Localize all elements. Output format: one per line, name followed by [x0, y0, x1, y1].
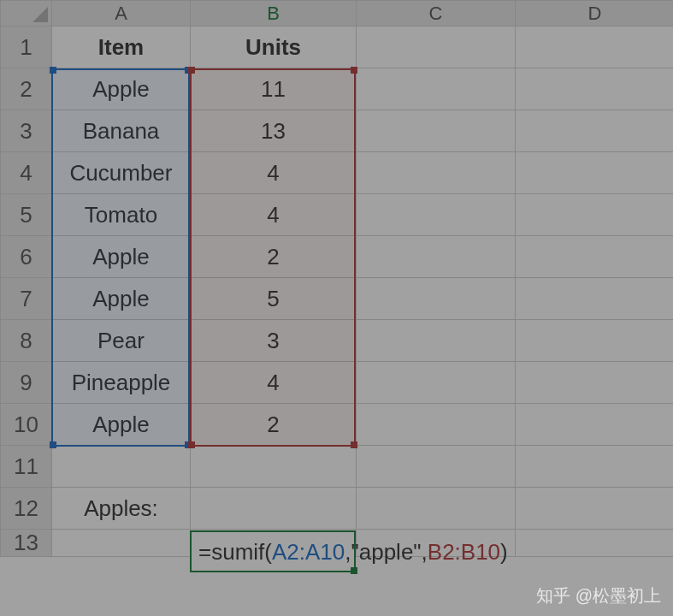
- cell[interactable]: [357, 110, 516, 152]
- cell[interactable]: Banana: [52, 110, 191, 152]
- cell[interactable]: 4: [191, 152, 357, 194]
- col-header-a[interactable]: A: [52, 1, 191, 27]
- row-header[interactable]: 3: [1, 110, 52, 152]
- cell[interactable]: [357, 488, 516, 530]
- cell-b1[interactable]: Units: [191, 27, 357, 68]
- cell[interactable]: [357, 404, 516, 446]
- cell[interactable]: [516, 194, 674, 236]
- cell[interactable]: Apple: [52, 68, 191, 110]
- cell[interactable]: 13: [191, 110, 357, 152]
- cell[interactable]: Tomato: [52, 194, 191, 236]
- row-header[interactable]: 2: [1, 68, 52, 110]
- cell[interactable]: Apple: [52, 236, 191, 278]
- cell[interactable]: [516, 68, 674, 110]
- cell[interactable]: 4: [191, 194, 357, 236]
- row-header[interactable]: 4: [1, 152, 52, 194]
- cell[interactable]: Apple: [52, 278, 191, 320]
- row-header[interactable]: 11: [1, 446, 52, 488]
- cell-b11[interactable]: [191, 446, 357, 488]
- cell[interactable]: 3: [191, 320, 357, 362]
- row-header[interactable]: 5: [1, 194, 52, 236]
- cell[interactable]: [357, 446, 516, 488]
- cell[interactable]: [516, 404, 674, 446]
- cell[interactable]: Cucumber: [52, 152, 191, 194]
- row-header[interactable]: 8: [1, 320, 52, 362]
- cell[interactable]: 5: [191, 278, 357, 320]
- watermark-text: 知乎 @松墨初上: [536, 584, 661, 607]
- cell-a11[interactable]: [52, 446, 191, 488]
- cell[interactable]: Pear: [52, 320, 191, 362]
- cell[interactable]: [516, 278, 674, 320]
- cell[interactable]: [516, 236, 674, 278]
- row-header[interactable]: 9: [1, 362, 52, 404]
- fill-handle-icon[interactable]: [351, 567, 357, 574]
- cell-a1[interactable]: Item: [52, 27, 191, 68]
- cell[interactable]: [357, 68, 516, 110]
- col-header-c[interactable]: C: [357, 1, 516, 27]
- cell[interactable]: [357, 152, 516, 194]
- cell[interactable]: [357, 278, 516, 320]
- cell[interactable]: 4: [191, 362, 357, 404]
- row-header[interactable]: 6: [1, 236, 52, 278]
- cell[interactable]: [516, 362, 674, 404]
- cell[interactable]: Pineapple: [52, 362, 191, 404]
- row-header[interactable]: 12: [1, 488, 52, 530]
- cell[interactable]: [357, 530, 516, 557]
- cell-d1[interactable]: [516, 27, 674, 68]
- select-all-triangle[interactable]: [1, 1, 52, 27]
- cell-c1[interactable]: [357, 27, 516, 68]
- cell[interactable]: [357, 362, 516, 404]
- cell-b12[interactable]: [191, 488, 357, 530]
- cell-a12[interactable]: Apples:: [52, 488, 191, 530]
- cell[interactable]: [357, 320, 516, 362]
- cell[interactable]: Apple: [52, 404, 191, 446]
- row-header[interactable]: 13: [1, 530, 52, 557]
- cell[interactable]: [516, 530, 674, 557]
- cell[interactable]: [357, 194, 516, 236]
- cell[interactable]: [516, 446, 674, 488]
- watermark: 知乎 @松墨初上: [529, 584, 661, 607]
- cell[interactable]: [191, 530, 357, 557]
- grid-table: A B C D 1 Item Units 2 Apple 11: [0, 0, 673, 557]
- col-header-d[interactable]: D: [516, 1, 674, 27]
- cell[interactable]: [52, 530, 191, 557]
- row-header[interactable]: 7: [1, 278, 52, 320]
- row-header[interactable]: 10: [1, 404, 52, 446]
- col-header-b[interactable]: B: [191, 1, 357, 27]
- cell[interactable]: [516, 488, 674, 530]
- cell[interactable]: [357, 236, 516, 278]
- cell[interactable]: [516, 152, 674, 194]
- cell[interactable]: 2: [191, 404, 357, 446]
- cell[interactable]: 2: [191, 236, 357, 278]
- cell[interactable]: [516, 110, 674, 152]
- spreadsheet[interactable]: A B C D 1 Item Units 2 Apple 11: [0, 0, 673, 616]
- row-header[interactable]: 1: [1, 27, 52, 68]
- cell[interactable]: 11: [191, 68, 357, 110]
- cell[interactable]: [516, 320, 674, 362]
